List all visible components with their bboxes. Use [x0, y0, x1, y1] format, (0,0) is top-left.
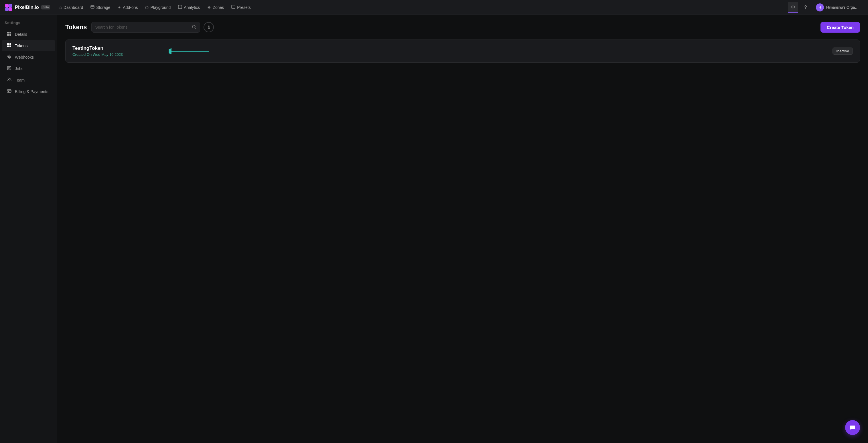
nav-label-storage: Storage — [96, 5, 110, 10]
svg-point-16 — [8, 57, 9, 58]
sidebar-item-webhooks[interactable]: Webhooks — [2, 52, 55, 63]
nav-label-dashboard: Dashboard — [64, 5, 83, 10]
arrow-annotation — [168, 44, 209, 58]
svg-rect-4 — [91, 5, 94, 8]
svg-rect-14 — [7, 45, 9, 47]
svg-rect-6 — [178, 5, 182, 8]
chat-fab[interactable] — [845, 420, 860, 435]
info-button[interactable]: ℹ — [204, 22, 214, 32]
sidebar-label-details: Details — [15, 32, 27, 37]
info-icon: ℹ — [208, 25, 210, 29]
search-box — [91, 22, 200, 33]
team-icon — [6, 77, 12, 83]
svg-point-23 — [10, 78, 11, 79]
storage-icon — [90, 5, 94, 10]
nav-label-zones: Zones — [213, 5, 224, 10]
svg-rect-11 — [9, 34, 11, 36]
logo-area[interactable]: PixelBin.io Beta — [5, 3, 50, 11]
svg-rect-3 — [8, 7, 12, 11]
svg-rect-1 — [8, 4, 12, 7]
svg-rect-10 — [7, 34, 9, 36]
details-icon — [6, 31, 12, 37]
nav-item-zones[interactable]: ❖ Zones — [204, 3, 227, 11]
svg-rect-12 — [7, 43, 9, 45]
nav-item-storage[interactable]: Storage — [87, 3, 114, 11]
sidebar-label-team: Team — [15, 78, 25, 83]
nav-label-playground: Playground — [150, 5, 170, 10]
nav-item-presets[interactable]: Presets — [228, 3, 254, 11]
nav-right: ⚙ ? H Himanshu's Organiz... — [788, 2, 863, 12]
user-name: Himanshu's Organiz... — [826, 5, 861, 9]
svg-point-17 — [10, 56, 10, 57]
sidebar-label-webhooks: Webhooks — [15, 55, 34, 60]
search-icon — [192, 25, 196, 30]
svg-point-18 — [9, 55, 10, 56]
sidebar-item-tokens[interactable]: Tokens — [2, 40, 55, 51]
svg-rect-8 — [7, 32, 9, 33]
sidebar-item-billing[interactable]: Billing & Payments — [2, 86, 55, 97]
token-status-badge: Inactive — [833, 48, 853, 55]
logo-text: PixelBin.io — [15, 5, 39, 10]
search-input[interactable] — [95, 25, 189, 29]
avatar: H — [816, 3, 824, 11]
billing-icon — [6, 89, 12, 94]
sidebar: Settings Details To — [0, 15, 57, 443]
analytics-icon — [178, 5, 182, 10]
svg-rect-7 — [231, 5, 235, 8]
user-area[interactable]: H Himanshu's Organiz... — [813, 2, 863, 12]
svg-line-28 — [195, 28, 196, 29]
nav-item-addons[interactable]: ✦ Add-ons — [114, 3, 141, 11]
svg-rect-2 — [5, 7, 8, 11]
jobs-icon — [6, 66, 12, 71]
token-name: TestingToken — [72, 45, 123, 51]
create-token-button[interactable]: Create Token — [820, 22, 860, 33]
svg-rect-26 — [8, 91, 9, 92]
nav-item-playground[interactable]: ⬡ Playground — [142, 3, 174, 11]
help-button[interactable]: ? — [800, 2, 811, 12]
tokens-icon — [6, 43, 12, 49]
chat-icon — [849, 424, 856, 431]
presets-icon — [231, 5, 235, 10]
sidebar-title: Settings — [0, 21, 57, 28]
beta-badge: Beta — [41, 5, 51, 9]
nav-item-dashboard[interactable]: ⌂ Dashboard — [56, 3, 87, 11]
sidebar-item-team[interactable]: Team — [2, 74, 55, 86]
nav-label-analytics: Analytics — [184, 5, 200, 10]
token-card: TestingToken Created On Wed May 10 2023 … — [65, 39, 860, 63]
webhooks-icon — [6, 54, 12, 60]
nav-label-presets: Presets — [237, 5, 250, 10]
token-info: TestingToken Created On Wed May 10 2023 — [72, 45, 123, 57]
app-body: Settings Details To — [0, 15, 868, 443]
svg-rect-15 — [9, 45, 11, 47]
sidebar-label-billing: Billing & Payments — [15, 89, 49, 94]
sidebar-item-details[interactable]: Details — [2, 29, 55, 40]
settings-button[interactable]: ⚙ — [788, 2, 798, 12]
token-created: Created On Wed May 10 2023 — [72, 52, 123, 57]
nav-items: ⌂ Dashboard Storage ✦ Add-ons ⬡ Playgrou… — [56, 3, 787, 11]
addons-icon: ✦ — [118, 5, 121, 10]
tokens-header: Tokens ℹ Create Token — [65, 22, 860, 33]
nav-item-analytics[interactable]: Analytics — [175, 3, 203, 11]
zones-icon: ❖ — [207, 5, 211, 10]
svg-rect-13 — [9, 43, 11, 45]
svg-rect-19 — [7, 66, 11, 70]
svg-rect-24 — [7, 90, 11, 92]
arrow-svg — [168, 44, 209, 58]
sidebar-label-tokens: Tokens — [15, 43, 28, 48]
page-title: Tokens — [65, 24, 87, 31]
svg-rect-0 — [5, 4, 8, 7]
playground-icon: ⬡ — [145, 5, 149, 10]
dashboard-icon: ⌂ — [59, 5, 62, 10]
sidebar-item-jobs[interactable]: Jobs — [2, 63, 55, 74]
nav-label-addons: Add-ons — [123, 5, 138, 10]
topnav: PixelBin.io Beta ⌂ Dashboard Storage ✦ A… — [0, 0, 868, 15]
svg-rect-9 — [9, 32, 11, 33]
svg-point-22 — [8, 78, 9, 80]
pixelbin-logo — [5, 3, 12, 11]
sidebar-label-jobs: Jobs — [15, 66, 24, 71]
main-content: Tokens ℹ Create Token TestingToken — [57, 15, 868, 443]
